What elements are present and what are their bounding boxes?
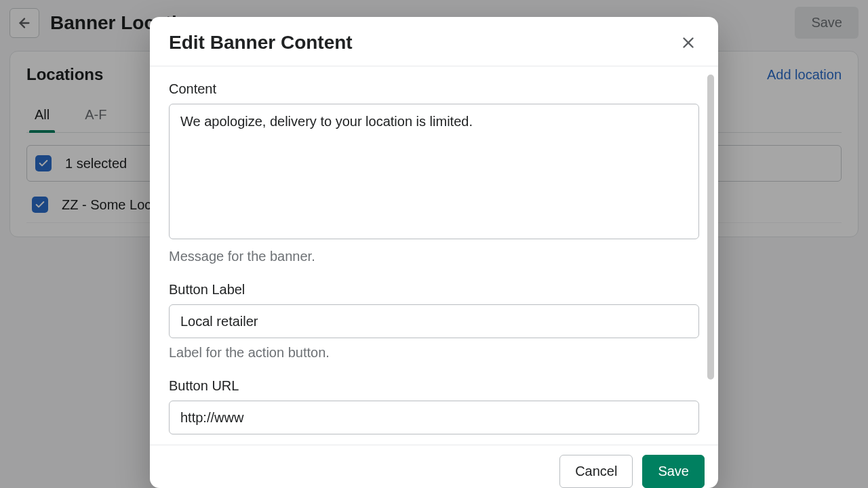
close-button[interactable] — [677, 32, 699, 54]
modal-title: Edit Banner Content — [169, 32, 353, 54]
modal-scrollbar[interactable] — [707, 75, 714, 380]
button-label-label: Button Label — [169, 282, 699, 298]
button-label-help: Label for the action button. — [169, 345, 699, 361]
edit-banner-modal: Edit Banner Content Content Message for … — [150, 17, 718, 488]
button-url-input[interactable] — [169, 401, 699, 434]
close-icon — [679, 34, 697, 52]
content-label: Content — [169, 81, 699, 97]
save-button[interactable]: Save — [642, 455, 705, 488]
button-label-input[interactable] — [169, 304, 699, 338]
content-textarea[interactable] — [169, 104, 699, 239]
cancel-button[interactable]: Cancel — [559, 455, 633, 488]
button-url-label: Button URL — [169, 378, 699, 394]
modal-overlay[interactable]: Edit Banner Content Content Message for … — [0, 0, 868, 488]
content-help: Message for the banner. — [169, 249, 699, 264]
